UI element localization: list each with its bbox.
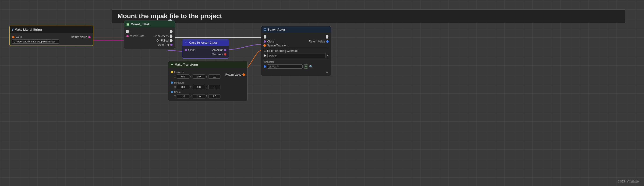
rotation-y-input[interactable] [193, 85, 205, 89]
rotation-section: Rotation X Y Z [171, 81, 245, 89]
search-icon[interactable]: 🔍 [309, 65, 313, 68]
instigator-asset-input[interactable] [267, 64, 302, 68]
rotation-x-input[interactable] [177, 85, 189, 89]
scale-section: Scale X Y Z [171, 90, 245, 98]
node-cast-title: Cast To Actor Class [189, 41, 218, 44]
node-transform-title: Make Transform [175, 63, 198, 66]
scale-z-label: Z [206, 95, 207, 98]
rotation-label-row: Rotation [171, 81, 245, 84]
return-value-pin: Return Value [225, 73, 245, 76]
cast-class-label: Class [188, 48, 195, 52]
loc-x-label: X [174, 75, 176, 78]
cast-arrows-icon: ↔ [185, 41, 188, 44]
title-banner: Mount the mpak file to the project [112, 9, 625, 23]
add-button[interactable]: + [304, 64, 308, 68]
node-transform-body: Location X Y Z Return Value [168, 68, 247, 101]
location-z-input[interactable] [208, 74, 220, 79]
cast-class-asactor-row: Class As Actor [185, 48, 226, 52]
on-failed-exec [170, 39, 172, 42]
expand-chevron-icon[interactable]: ⌄ [326, 70, 328, 74]
spawn-transform-dot [263, 44, 266, 47]
location-label: Location [174, 70, 184, 74]
value-left-pins: Value [12, 36, 23, 39]
collision-dropdown-row: Default ▾ [264, 53, 328, 58]
input-value-row [12, 40, 90, 44]
scale-x-input[interactable] [177, 94, 189, 98]
return-label: Return Value [71, 36, 87, 39]
value-pin-dot [12, 36, 14, 38]
title-text: Mount the mpak file to the project [118, 12, 222, 20]
node-make-literal-title: Make Literal String [15, 28, 42, 31]
rot-y-label: Y [190, 86, 192, 88]
rot-x-label: X [174, 86, 176, 88]
scale-x-label: X [174, 95, 176, 98]
spawn-class-dot [264, 40, 266, 43]
pak-path-label: M Pak Path [130, 34, 144, 38]
instigator-dot [264, 65, 266, 68]
spawn-return-pin: Return Value [309, 40, 328, 43]
on-success-label: On Success [154, 34, 168, 38]
collision-dropdown[interactable]: Default [267, 53, 326, 58]
node-cast-body: Class As Actor Success [182, 46, 228, 58]
as-actor-label: As Actor [212, 48, 223, 52]
spawn-transform-label: Spawn Transform [267, 44, 289, 47]
on-failed-label: On Failed [156, 39, 168, 42]
node-spawn-body: Class Return Value Spawn Transform Colli… [261, 33, 331, 76]
rotation-xyz: X Y Z [174, 85, 245, 89]
location-y-input[interactable] [193, 74, 205, 79]
rot-z-label: Z [206, 86, 207, 88]
literal-value-input[interactable] [12, 40, 59, 44]
node-spawn-header: ⬡ SpawnActor [261, 26, 331, 33]
node-make-literal-string: f Make Literal String Value Return Value [9, 26, 94, 46]
location-dot [171, 71, 173, 73]
location-section: Location X Y Z [171, 70, 220, 79]
node-transform-header: ✦ Make Transform [168, 62, 247, 68]
cast-class-dot [185, 49, 187, 51]
node-mount-header: ▣ Mount_mPak [124, 21, 175, 27]
scale-label-row: Scale [171, 90, 245, 94]
scale-dot [171, 91, 173, 93]
on-success-exec [170, 34, 172, 38]
spawn-exec-row [264, 34, 328, 39]
location-xyz: X Y Z [174, 74, 220, 79]
watermark-text: CSDN @董国政 [618, 180, 639, 183]
instigator-label: Instigator [264, 60, 328, 64]
on-success-pin: On Success [154, 34, 172, 38]
spawn-exec-in [264, 35, 266, 38]
rotation-z-input[interactable] [208, 85, 220, 89]
spawn-icon: ⬡ [264, 28, 266, 31]
return-pin-dot [88, 36, 90, 38]
instigator-row: + 🔍 [264, 64, 328, 68]
as-actor-dot [224, 49, 226, 51]
node-cast-header: ↔ Cast To Actor Class [182, 40, 228, 46]
blueprint-canvas: Mount the mpak file to the project f Mak… [0, 0, 644, 186]
collision-label: Collision Handling Override [264, 49, 298, 52]
spawn-class-return-row: Class Return Value [264, 39, 328, 44]
pak-success-row: M Pak Path On Success [126, 34, 172, 38]
scale-y-input[interactable] [193, 94, 205, 98]
return-right-pins: Return Value [71, 36, 90, 39]
actor-ptr-dot [170, 44, 172, 46]
node-spawn-actor: ⬡ SpawnActor Class Return Value [261, 26, 331, 76]
node-spawn-title: SpawnActor [268, 28, 285, 31]
cast-success-dot [224, 53, 226, 56]
value-label: Value [16, 36, 23, 39]
pak-path-pin: M Pak Path [126, 34, 144, 38]
return-diamond [242, 73, 246, 76]
watermark: CSDN @董国政 [618, 180, 639, 184]
spawn-divider2 [264, 59, 328, 59]
scale-z-input[interactable] [208, 94, 220, 98]
node-make-literal-header: f Make Literal String [10, 26, 93, 33]
node-make-transform: ✦ Make Transform Location X Y Z [168, 61, 248, 101]
location-x-input[interactable] [177, 74, 189, 79]
pak-path-dot [126, 35, 129, 37]
cast-success-label: Success [212, 53, 223, 56]
on-failed-row: On Failed [126, 38, 172, 43]
actor-ptr-row: Actor Ptr [126, 43, 172, 47]
transform-icon: ✦ [171, 63, 173, 66]
cast-success-row: Success [185, 52, 226, 56]
loc-y-label: Y [190, 75, 192, 78]
spawn-divider [264, 48, 328, 48]
spawn-return-dot [326, 40, 328, 43]
spawn-exec-out [326, 35, 328, 38]
